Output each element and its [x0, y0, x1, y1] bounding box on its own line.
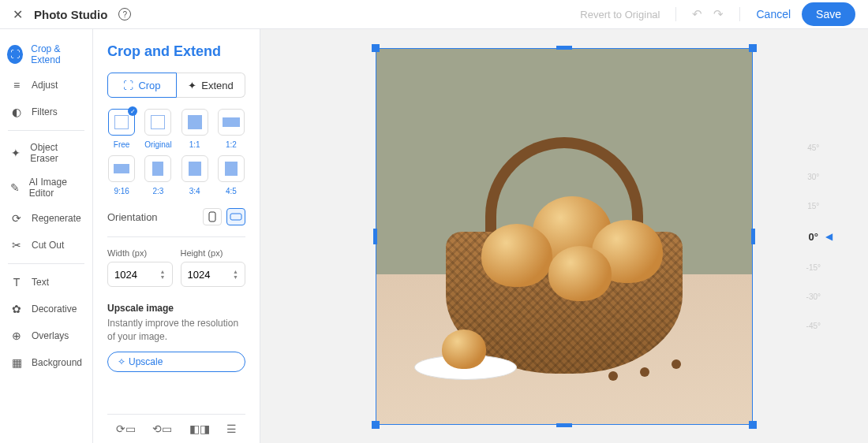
crop-handle-bl[interactable] [372, 421, 380, 429]
ratio-original[interactable]: Original [144, 109, 172, 149]
sidebar-item-overlays[interactable]: ⊕Overlays [0, 322, 92, 349]
sidebar-item-label: Text [32, 277, 49, 288]
crop-handle-top[interactable] [556, 46, 572, 50]
background-icon: ▦ [9, 356, 24, 370]
ratio-9-16[interactable]: 9:16 [107, 155, 136, 195]
ratio-thumb [218, 155, 245, 182]
crop-handle-left[interactable] [373, 229, 377, 244]
rotation-tick: -30° [806, 292, 821, 300]
canvas[interactable]: 45°30°15°0°-15°-30°-45° ◀ [260, 29, 868, 443]
cancel-button[interactable]: Cancel [756, 8, 791, 20]
crop-handle-right[interactable] [751, 229, 755, 244]
tab-crop[interactable]: ⛶Crop [107, 73, 177, 98]
undo-button[interactable]: ↶ [692, 7, 702, 21]
adjust-icon: ≡ [9, 78, 24, 92]
ratio-4-5[interactable]: 4:5 [217, 155, 245, 195]
upscale-desc: Instantly improve the resolution of your… [107, 317, 245, 344]
tab-extend-label: Extend [201, 80, 233, 91]
ratio-thumb: ✓ [108, 109, 135, 136]
ratio-3-4[interactable]: 3:4 [181, 155, 209, 195]
sidebar-item-label: Object Eraser [30, 142, 83, 164]
eraser-icon: ✦ [9, 146, 22, 160]
svg-rect-1 [230, 214, 241, 220]
tab-extend[interactable]: ✦Extend [177, 73, 245, 98]
filters-icon: ◐ [9, 105, 24, 119]
sidebar-item-ai-image-editor[interactable]: ✎AI Image Editor [0, 170, 92, 205]
app-title: Photo Studio [34, 8, 107, 21]
crop-icon: ⛶ [123, 80, 133, 91]
upscale-button-label: Upscale [129, 356, 163, 367]
rotation-pointer-icon: ◀ [825, 231, 832, 242]
upscale-icon: ✧ [118, 356, 125, 367]
sidebar-item-adjust[interactable]: ≡Adjust [0, 72, 92, 99]
sidebar-item-label: Filters [32, 106, 58, 117]
ratio-thumb [181, 109, 208, 136]
sidebar-item-object-eraser[interactable]: ✦Object Eraser [0, 136, 92, 170]
sidebar-item-label: Background [32, 357, 82, 368]
height-stepper[interactable]: ▲▼ [233, 269, 238, 280]
upscale-button[interactable]: ✧Upscale [107, 352, 245, 372]
flip-vertical-tool[interactable]: ◧◨ [189, 423, 210, 435]
close-button[interactable]: ✕ [13, 7, 23, 22]
ratio-1-2[interactable]: 1:2 [217, 109, 245, 149]
rotation-tick: -45° [806, 321, 821, 329]
sidebar-item-crop-extend[interactable]: ⛶Crop & Extend [0, 37, 92, 72]
sidebar-separator [8, 263, 84, 264]
width-stepper[interactable]: ▲▼ [160, 269, 166, 280]
height-input[interactable]: ▲▼ [181, 262, 246, 287]
sidebar-item-label: AI Image Editor [29, 177, 83, 199]
sidebar-item-label: Crop & Extend [31, 43, 83, 65]
top-bar: ✕ Photo Studio ? Revert to Original ↶ ↷ … [0, 0, 868, 29]
height-label: Height (px) [181, 248, 246, 258]
flip-horizontal-tool[interactable]: ⟲▭ [152, 423, 172, 435]
width-input[interactable]: ▲▼ [107, 262, 173, 287]
revert-button[interactable]: Revert to Original [580, 9, 660, 20]
upscale-title: Upscale image [107, 303, 245, 314]
sidebar-item-text[interactable]: TText [0, 269, 92, 296]
ratio-label: Original [144, 140, 171, 149]
crop-handle-tl[interactable] [372, 44, 380, 52]
sidebar-item-label: Cut Out [32, 240, 64, 251]
ratio-free[interactable]: ✓Free [107, 109, 136, 149]
rotation-tick: 15° [807, 201, 819, 210]
ratio-2-3[interactable]: 2:3 [144, 155, 172, 195]
crop-icon: ⛶ [7, 45, 23, 64]
sidebar-item-decorative[interactable]: ✿Decorative [0, 296, 92, 322]
decorative-icon: ✿ [9, 302, 24, 316]
crop-frame[interactable] [376, 48, 753, 425]
align-tool[interactable]: ☰ [226, 423, 237, 435]
check-icon: ✓ [128, 106, 137, 116]
sidebar-item-label: Regenerate [32, 213, 81, 224]
rotate-tool[interactable]: ⟳▭ [116, 423, 136, 435]
tab-crop-label: Crop [138, 80, 160, 91]
ratio-thumb [144, 155, 171, 182]
redo-button[interactable]: ↷ [713, 7, 724, 21]
ratio-label: Free [114, 140, 130, 149]
rotation-tick: 30° [807, 172, 819, 181]
image-preview [376, 48, 753, 425]
ratio-label: 3:4 [189, 187, 200, 195]
sidebar-item-regenerate[interactable]: ⟳Regenerate [0, 205, 92, 232]
ratio-1-1[interactable]: 1:1 [181, 109, 209, 149]
orientation-landscape[interactable] [226, 208, 245, 225]
sidebar-item-filters[interactable]: ◐Filters [0, 99, 92, 125]
ratio-label: 2:3 [152, 187, 163, 195]
divider [739, 7, 740, 21]
orientation-portrait[interactable] [203, 208, 222, 225]
sidebar: ⛶Crop & Extend≡Adjust◐Filters✦Object Era… [0, 29, 93, 443]
sidebar-item-background[interactable]: ▦Background [0, 349, 92, 376]
rotation-tick: 45° [807, 143, 819, 151]
crop-handle-br[interactable] [749, 421, 757, 429]
help-icon[interactable]: ? [118, 8, 131, 20]
crop-handle-tr[interactable] [749, 44, 757, 52]
ai-icon: ✎ [9, 181, 21, 195]
sidebar-item-cut-out[interactable]: ✂Cut Out [0, 232, 92, 259]
ratio-label: 1:1 [189, 140, 200, 149]
save-button[interactable]: Save [802, 2, 855, 26]
rotation-scale[interactable]: 45°30°15°0°-15°-30°-45° [806, 132, 821, 340]
ratio-thumb [218, 109, 245, 136]
sidebar-item-label: Adjust [32, 80, 58, 91]
divider [675, 7, 676, 21]
ratio-thumb [181, 155, 208, 182]
crop-handle-bottom[interactable] [556, 423, 572, 427]
